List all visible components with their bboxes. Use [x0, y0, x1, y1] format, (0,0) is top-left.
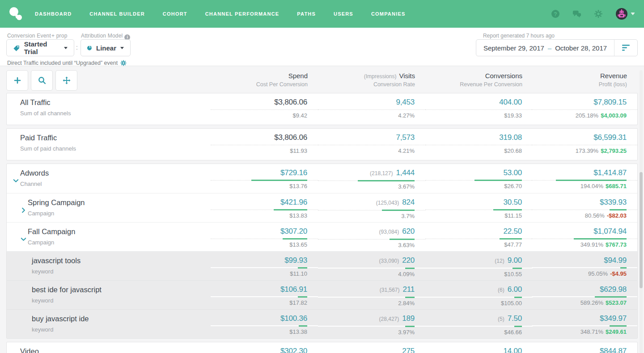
table-row[interactable]: Adwords Channel $729.16 $13.76 (218,127)…	[7, 164, 637, 193]
table-row[interactable]: javascript tools keyword $99.93 $11.10 (…	[7, 251, 637, 280]
settings-icon[interactable]	[594, 9, 603, 18]
nav-item-companies[interactable]: COMPANIES	[371, 11, 406, 17]
metric-value: 620	[402, 227, 415, 235]
metric-separator	[532, 296, 637, 297]
attribution-model-dropdown[interactable]: Linear	[80, 39, 131, 56]
metric-separator	[532, 239, 637, 239]
nav-item-users[interactable]: USERS	[334, 11, 353, 17]
help-icon[interactable]: ?	[551, 9, 560, 18]
nav-item-paths[interactable]: PATHS	[297, 11, 316, 17]
metric-cell-spend: $302.30	[211, 345, 318, 353]
row-subtitle: keyword	[32, 268, 80, 275]
scrollbar-thumb[interactable]	[640, 172, 643, 288]
metric-secondary: 194.04%$685.71	[532, 182, 637, 190]
metric-primary: $629.98	[532, 284, 637, 295]
column-header-visits: (Impressions)Visits Conversion Rate	[318, 72, 426, 88]
metric-separator	[211, 145, 318, 145]
metric-primary: (125,043)824	[318, 197, 425, 209]
share-bar	[574, 238, 627, 240]
metric-prefix: (218,127)	[370, 170, 393, 176]
vertical-scrollbar[interactable]	[640, 70, 643, 353]
metric-secondary: 4.09%	[318, 270, 425, 278]
nav-item-dashboard[interactable]: DASHBOARD	[35, 11, 72, 17]
metric-value: 275	[402, 347, 415, 353]
row-subtitle: Campaign	[28, 210, 85, 217]
metric-secondary: 3.97%	[318, 328, 425, 336]
table-row[interactable]: best ide for javascript keyword $106.91 …	[7, 280, 637, 309]
row-title: Fall Campaign	[28, 227, 75, 236]
metric-separator	[532, 210, 637, 210]
table-row[interactable]: buy javascript ide keyword $100.36 $13.3…	[7, 309, 637, 338]
expand-chevron-icon[interactable]	[20, 207, 27, 214]
metric-primary: 404.00	[425, 97, 533, 108]
metric-value: 1,444	[396, 168, 415, 177]
row-subtitle: Sum of all channels	[20, 110, 71, 117]
expand-chevron-icon[interactable]	[20, 236, 27, 243]
metric-secondary: 205.18%$4,003.09	[532, 112, 637, 119]
metric-primary: (33,090)220	[318, 255, 425, 267]
table-row[interactable]: Paid Traffic Sum of paid channels $3,806…	[7, 129, 637, 160]
reorder-button[interactable]	[55, 70, 77, 91]
nav-item-cohort[interactable]: COHORT	[163, 11, 187, 17]
row-title: buy javascript ide	[32, 315, 89, 323]
table-row[interactable]: All Traffic Sum of all channels $3,806.0…	[7, 93, 637, 125]
metric-separator	[318, 210, 425, 210]
profit-percent: 589.26%	[580, 299, 603, 306]
metric-primary: (12)9.00	[425, 255, 533, 267]
metric-value: 7,573	[396, 133, 415, 142]
profit-amount: $2,793.25	[601, 147, 627, 154]
avatar	[615, 8, 628, 20]
metric-secondary: $11.15	[425, 212, 533, 219]
metric-value: $421.96	[280, 198, 307, 206]
table-row[interactable]: Video $302.30 275 14.00 $844.87	[7, 342, 637, 353]
date-range-picker[interactable]: September 29, 2017–October 28, 2017	[476, 39, 638, 56]
nav-right-icons: ?	[551, 8, 635, 20]
metric-value: 211	[402, 285, 415, 294]
metric-primary: $844.87	[532, 345, 637, 353]
metric-primary: 7,573	[318, 132, 425, 143]
metric-secondary: $17.82	[211, 299, 318, 307]
app-logo-icon[interactable]	[9, 7, 24, 21]
nav-item-channel-builder[interactable]: CHANNEL BUILDER	[89, 11, 145, 17]
metric-separator	[425, 210, 533, 210]
metric-value: $844.87	[600, 347, 627, 353]
conversion-event-dropdown[interactable]: Started Trial	[6, 39, 74, 56]
tag-icon	[13, 44, 20, 52]
share-bar	[283, 238, 307, 240]
conversion-event-value: Started Trial	[24, 40, 60, 55]
table-card: Adwords Channel $729.16 $13.76 (218,127)…	[6, 164, 638, 339]
note-settings-icon[interactable]	[120, 60, 127, 66]
nav-item-channel-performance[interactable]: CHANNEL PERFORMANCE	[205, 11, 280, 17]
table-row[interactable]: Spring Campaign Campaign $421.96 $13.83 …	[7, 193, 637, 222]
metric-primary: $729.16	[211, 167, 318, 179]
report-filter-button[interactable]	[614, 40, 637, 56]
metric-value: $3,806.06	[274, 98, 307, 106]
metric-secondary: $19.33	[425, 112, 533, 119]
metric-secondary: $46.66	[425, 328, 533, 336]
messages-icon[interactable]	[572, 9, 581, 18]
metric-cell-revenue: $349.97 348.71%$249.61	[532, 313, 637, 336]
metric-primary: $7,809.15	[532, 97, 637, 108]
table-toolbar: Spend Cost Per Conversion (Impressions)V…	[6, 70, 638, 92]
add-prop-link[interactable]: + prop	[51, 33, 68, 39]
metric-separator	[318, 181, 425, 181]
metric-prefix: (33,090)	[379, 258, 399, 264]
search-button[interactable]	[31, 70, 53, 91]
search-icon	[38, 76, 46, 84]
metric-secondary: $13.76	[211, 182, 318, 190]
user-menu[interactable]	[615, 8, 635, 20]
add-channel-button[interactable]	[6, 70, 28, 91]
profit-amount: $523.07	[606, 299, 627, 306]
metric-primary: $421.96	[211, 197, 318, 208]
metric-cell-revenue: $1,414.87 194.04%$685.71	[532, 167, 637, 190]
metric-value: 7.50	[508, 314, 522, 323]
row-name: buy javascript ide keyword	[32, 315, 89, 333]
metric-cell-revenue: $844.87	[532, 345, 637, 353]
row-subtitle: Sum of paid channels	[20, 145, 76, 152]
metric-value: $629.98	[600, 285, 627, 294]
column-header-revenue: Revenue Profit (loss)	[532, 72, 638, 88]
profit-amount: $4,003.09	[601, 112, 627, 119]
metric-secondary: $11.93	[211, 147, 318, 155]
table-row[interactable]: Fall Campaign Campaign $307.20 $13.65 (9…	[7, 222, 637, 251]
expand-chevron-icon[interactable]	[13, 177, 19, 184]
